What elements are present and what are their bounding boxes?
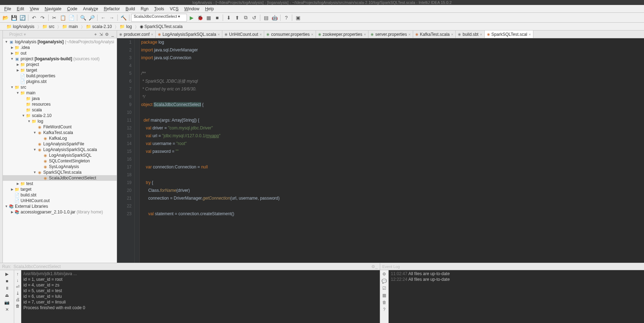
- forward-icon[interactable]: →: [108, 14, 116, 22]
- editor-tab[interactable]: ◉producer.conf×: [117, 30, 156, 38]
- event-filter-icon[interactable]: ▦: [381, 292, 388, 299]
- menu-navigate[interactable]: Navigate: [42, 6, 64, 12]
- close-tab-icon[interactable]: ×: [151, 32, 153, 37]
- save-icon[interactable]: 💾: [10, 14, 18, 22]
- menu-build[interactable]: Build: [123, 6, 138, 12]
- editor-tab[interactable]: ◉build.sbt×: [456, 30, 484, 38]
- project-tree[interactable]: ▼▣logAnalysis [loganalysis] (~/IdeaProje…: [3, 38, 117, 263]
- run-config-select[interactable]: ScalaJdbcConnectSelect ▾: [131, 14, 187, 22]
- crumb-1[interactable]: 📁 src: [37, 24, 57, 29]
- run-console[interactable]: /usr/lib/jvm/jdk1.8/bin/java ...id = 1, …: [21, 270, 380, 323]
- vcs-revert-icon[interactable]: ↺: [250, 14, 258, 22]
- event-clear-icon[interactable]: 🗑: [381, 299, 388, 306]
- paste-icon[interactable]: 📄: [67, 14, 75, 22]
- crumb-3[interactable]: 📁 scala-2.10: [81, 24, 115, 29]
- crumb-0[interactable]: 📁 logAnalysis: [1, 24, 37, 29]
- up-icon[interactable]: ↑: [15, 271, 21, 277]
- run-icon[interactable]: ▶: [188, 14, 195, 22]
- undo-icon[interactable]: ↶: [30, 14, 38, 22]
- exit-icon[interactable]: ⏏: [4, 292, 10, 299]
- editor-tab[interactable]: ◉SparkSQLTest.scal×: [485, 30, 534, 38]
- menu-edit[interactable]: Edit: [14, 6, 27, 12]
- crumb-2[interactable]: 📁 main: [57, 24, 80, 29]
- menu-help[interactable]: Help: [202, 6, 217, 12]
- find-icon[interactable]: 🔍: [79, 14, 87, 22]
- event-mark-icon[interactable]: ☑: [381, 285, 388, 291]
- back-icon[interactable]: ←: [99, 14, 107, 22]
- debug-icon[interactable]: 🐞: [196, 14, 204, 22]
- menu-bar: File Edit View Navigate Code Analyze Ref…: [0, 5, 644, 13]
- close-tab-icon[interactable]: ×: [529, 32, 531, 37]
- editor-tab[interactable]: ◉zookeeper.properties×: [316, 30, 369, 38]
- project-view-selector[interactable]: Project ▾: [4, 32, 93, 37]
- menu-window[interactable]: Window: [181, 6, 202, 12]
- help-icon[interactable]: ?: [282, 14, 290, 22]
- stop-icon[interactable]: ■: [213, 14, 221, 22]
- close-tab-icon[interactable]: ×: [218, 32, 220, 37]
- coverage-icon[interactable]: ▦: [205, 14, 212, 22]
- build-icon[interactable]: 🔨: [120, 14, 127, 22]
- editor-tabs: ◉producer.conf×◉LogAnalysisSparkSQL.scal…: [117, 30, 644, 38]
- copy-icon[interactable]: 📋: [59, 14, 67, 22]
- open-icon[interactable]: 📂: [1, 14, 9, 22]
- vcs-commit-icon[interactable]: ⬆: [233, 14, 241, 22]
- close-tab-icon[interactable]: ×: [364, 32, 366, 37]
- redo-icon[interactable]: ↷: [39, 14, 46, 22]
- sbt-icon[interactable]: ▣: [294, 14, 302, 22]
- editor-tab[interactable]: ◉KafkaTest.scala×: [413, 30, 456, 38]
- event-settings-icon[interactable]: ⚙: [381, 271, 388, 277]
- gear-icon[interactable]: ⚙: [104, 32, 110, 37]
- run-tab[interactable]: ScalaJdbcConnectSelect: [13, 264, 61, 269]
- editor-tab[interactable]: ◉consumer.properties×: [264, 30, 316, 38]
- scroll-end-icon[interactable]: ⤓: [15, 290, 21, 296]
- menu-vcs[interactable]: VCS: [167, 6, 182, 12]
- scroll-from-source-icon[interactable]: ⌖: [93, 32, 98, 37]
- vcs-history-icon[interactable]: ⧉: [242, 14, 250, 22]
- event-log-header: Event Log: [380, 263, 644, 270]
- soft-wrap-icon[interactable]: ⏎: [15, 284, 21, 290]
- collapse-all-icon[interactable]: ⇲: [98, 32, 104, 37]
- run-side-toolbar: ▶ ■ ⏸ ⏏ 📷 ✕: [0, 270, 14, 323]
- run-hide-icon[interactable]: ⎯: [375, 264, 378, 269]
- code-editor[interactable]: 1234567891011121314151617181920212223 pa…: [117, 38, 644, 263]
- close-tab-icon[interactable]: ×: [260, 32, 262, 37]
- run-gear-icon[interactable]: ⚙: [371, 264, 375, 269]
- hide-icon[interactable]: ⎯: [110, 32, 115, 37]
- editor-tab[interactable]: ◉server.properties×: [368, 30, 413, 38]
- editor-tab[interactable]: ◉LogAnalysisSparkSQL.scala×: [156, 30, 222, 38]
- code-content[interactable]: package logimport java.sql.DriverManager…: [140, 38, 644, 263]
- event-balloon-icon[interactable]: 💬: [381, 278, 388, 284]
- menu-code[interactable]: Code: [64, 6, 80, 12]
- dump-icon[interactable]: 📷: [4, 299, 10, 306]
- fold-gutter[interactable]: [135, 38, 140, 263]
- vcs-update-icon[interactable]: ⬇: [225, 14, 233, 22]
- event-log-content[interactable]: 11:02:47 All files are up-to-date12:22:2…: [389, 270, 644, 323]
- menu-file[interactable]: File: [1, 6, 14, 12]
- clear-icon[interactable]: 🗑: [15, 303, 21, 309]
- refresh-icon[interactable]: 🔄: [18, 14, 26, 22]
- pause-icon[interactable]: ⏸: [4, 285, 10, 291]
- menu-analyze[interactable]: Analyze: [80, 6, 101, 12]
- menu-run[interactable]: Run: [138, 6, 151, 12]
- editor-tab[interactable]: ◉UriHitCount.out×: [222, 30, 264, 38]
- close-tab-icon[interactable]: ×: [451, 32, 453, 37]
- close-tab-icon[interactable]: ×: [409, 32, 411, 37]
- print-icon[interactable]: 🖨: [15, 296, 21, 303]
- close-tab-icon[interactable]: ×: [480, 32, 482, 37]
- android-icon[interactable]: 🤖: [271, 14, 278, 22]
- menu-tools[interactable]: Tools: [151, 6, 167, 12]
- cut-icon[interactable]: ✂: [50, 14, 58, 22]
- replace-icon[interactable]: 🔎: [88, 14, 95, 22]
- crumb-4[interactable]: 📁 log: [115, 24, 134, 29]
- close-tab-icon[interactable]: ×: [311, 32, 313, 37]
- menu-refactor[interactable]: Refactor: [101, 6, 123, 12]
- rerun-icon[interactable]: ▶: [4, 271, 10, 277]
- down-icon[interactable]: ↓: [15, 277, 21, 284]
- close-run-icon[interactable]: ✕: [4, 306, 10, 313]
- crumb-5[interactable]: ◉ SparkSQLTest.scala: [135, 24, 185, 29]
- stop-run-icon[interactable]: ■: [4, 278, 10, 284]
- menu-view[interactable]: View: [27, 6, 42, 12]
- event-help-icon[interactable]: ?: [381, 306, 388, 313]
- left-tool-stripe[interactable]: [0, 30, 3, 263]
- structure-icon[interactable]: ▤: [262, 14, 270, 22]
